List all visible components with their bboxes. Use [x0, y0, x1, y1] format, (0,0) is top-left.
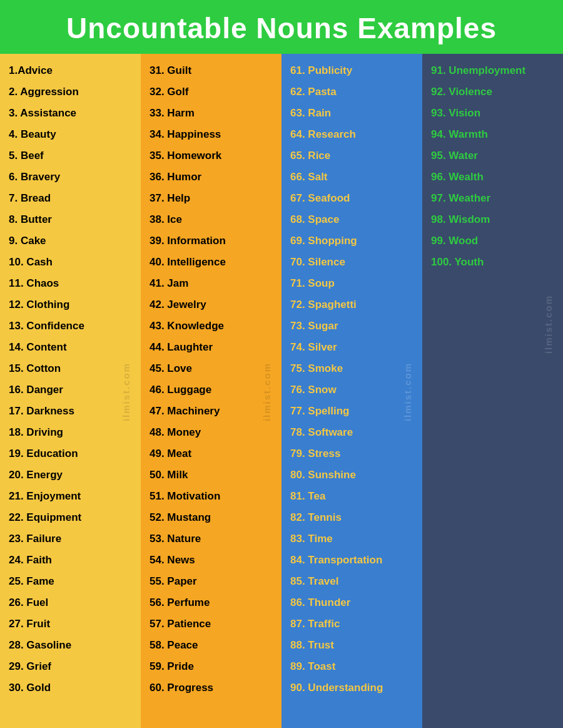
list-item: 70. Silence [290, 252, 416, 273]
list-item: 79. Stress [290, 443, 416, 464]
list-item: 40. Intelligence [150, 252, 275, 273]
list-item: 54. News [150, 550, 275, 571]
list-item: 62. Pasta [290, 81, 416, 103]
list-item: 15. Cotton [9, 358, 134, 379]
list-item: 5. Beef [9, 145, 134, 167]
list-item: 41. Jam [150, 273, 275, 294]
list-item: 66. Salt [290, 167, 416, 188]
list-item: 59. Pride [150, 656, 275, 677]
list-item: 7. Bread [9, 188, 134, 209]
list-item: 29. Grief [9, 656, 134, 677]
list-item: 81. Tea [290, 486, 416, 507]
list-item: 49. Meat [150, 443, 275, 464]
list-item: 92. Violence [431, 81, 557, 103]
list-item: 26. Fuel [9, 592, 134, 613]
list-item: 1.Advice [9, 60, 134, 81]
list-item: 71. Soup [290, 273, 416, 294]
list-item: 3. Assistance [9, 103, 134, 124]
list-item: 47. Machinery [150, 401, 275, 422]
list-item: 94. Warmth [431, 124, 557, 145]
list-item: 63. Rain [290, 103, 416, 124]
list-item: 74. Silver [290, 337, 416, 358]
list-item: 20. Energy [9, 464, 134, 486]
list-item: 69. Shopping [290, 230, 416, 252]
list-item: 10. Cash [9, 252, 134, 273]
list-item: 46. Luggage [150, 379, 275, 401]
list-item: 37. Help [150, 188, 275, 209]
list-item: 53. Nature [150, 528, 275, 550]
list-item: 87. Traffic [290, 613, 416, 635]
list-item: 78. Software [290, 422, 416, 443]
column-4: 91. Unemployment92. Violence93. Vision94… [422, 54, 563, 728]
page-title: Uncountable Nouns Examples [13, 11, 550, 45]
list-item: 88. Trust [290, 635, 416, 656]
list-item: 34. Happiness [150, 124, 275, 145]
list-item: 35. Homework [150, 145, 275, 167]
list-item: 12. Clothing [9, 294, 134, 315]
list-item: 90. Understanding [290, 677, 416, 699]
content-area: 1.Advice2. Aggression3. Assistance4. Bea… [0, 54, 563, 728]
list-item: 93. Vision [431, 103, 557, 124]
list-item: 22. Equipment [9, 507, 134, 528]
list-item: 2. Aggression [9, 81, 134, 103]
list-item: 45. Love [150, 358, 275, 379]
list-item: 56. Perfume [150, 592, 275, 613]
list-item: 30. Gold [9, 677, 134, 699]
list-item: 86. Thunder [290, 592, 416, 613]
list-item: 24. Faith [9, 550, 134, 571]
list-item: 68. Space [290, 209, 416, 230]
list-item: 67. Seafood [290, 188, 416, 209]
list-item: 36. Humor [150, 167, 275, 188]
list-item: 52. Mustang [150, 507, 275, 528]
column-1: 1.Advice2. Aggression3. Assistance4. Bea… [0, 54, 141, 728]
list-item: 77. Spelling [290, 401, 416, 422]
list-item: 11. Chaos [9, 273, 134, 294]
list-item: 17. Darkness [9, 401, 134, 422]
list-item: 55. Paper [150, 571, 275, 592]
list-item: 13. Confidence [9, 315, 134, 337]
list-item: 64. Research [290, 124, 416, 145]
list-item: 98. Wisdom [431, 209, 557, 230]
list-item: 51. Motivation [150, 486, 275, 507]
list-item: 61. Publicity [290, 60, 416, 81]
list-item: 76. Snow [290, 379, 416, 401]
list-item: 58. Peace [150, 635, 275, 656]
list-item: 21. Enjoyment [9, 486, 134, 507]
list-item: 28. Gasoline [9, 635, 134, 656]
column-2: 31. Guilt32. Golf33. Harm34. Happiness35… [141, 54, 282, 728]
list-item: 4. Beauty [9, 124, 134, 145]
list-item: 73. Sugar [290, 315, 416, 337]
list-item: 84. Transportation [290, 550, 416, 571]
list-item: 9. Cake [9, 230, 134, 252]
list-item: 8. Butter [9, 209, 134, 230]
list-item: 72. Spaghetti [290, 294, 416, 315]
list-item: 48. Money [150, 422, 275, 443]
list-item: 83. Time [290, 528, 416, 550]
watermark: ilmist.com [539, 295, 558, 354]
header: Uncountable Nouns Examples [0, 0, 563, 54]
list-item: 42. Jewelry [150, 294, 275, 315]
list-item: 82. Tennis [290, 507, 416, 528]
list-item: 95. Water [431, 145, 557, 167]
list-item: 27. Fruit [9, 613, 134, 635]
list-item: 43. Knowledge [150, 315, 275, 337]
list-item: 18. Driving [9, 422, 134, 443]
list-item: 38. Ice [150, 209, 275, 230]
list-item: 19. Education [9, 443, 134, 464]
list-item: 91. Unemployment [431, 60, 557, 81]
list-item: 65. Rice [290, 145, 416, 167]
list-item: 97. Weather [431, 188, 557, 209]
list-item: 60. Progress [150, 677, 275, 699]
list-item: 33. Harm [150, 103, 275, 124]
list-item: 23. Failure [9, 528, 134, 550]
list-item: 50. Milk [150, 464, 275, 486]
list-item: 57. Patience [150, 613, 275, 635]
list-item: 14. Content [9, 337, 134, 358]
column-3: 61. Publicity62. Pasta63. Rain64. Resear… [282, 54, 422, 728]
list-item: 44. Laughter [150, 337, 275, 358]
list-item: 16. Danger [9, 379, 134, 401]
list-item: 89. Toast [290, 656, 416, 677]
list-item: 99. Wood [431, 230, 557, 252]
list-item: 100. Youth [431, 252, 557, 273]
list-item: 85. Travel [290, 571, 416, 592]
